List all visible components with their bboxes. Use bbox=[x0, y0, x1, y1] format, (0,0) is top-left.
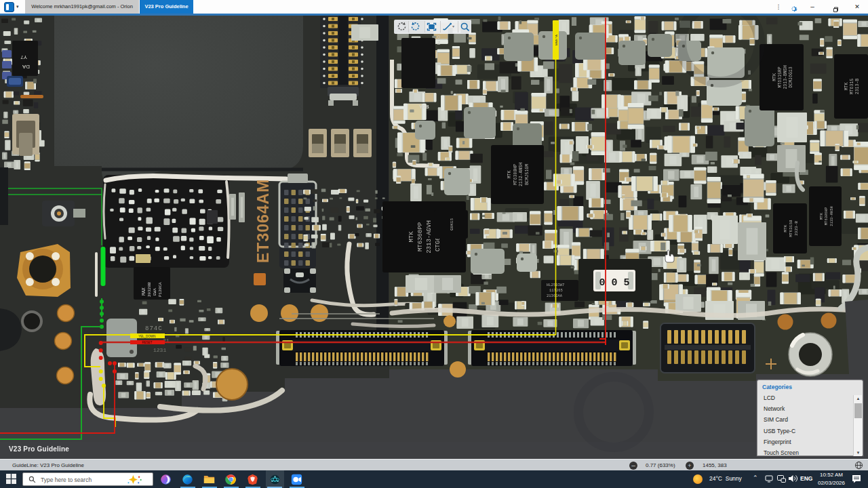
svg-text:2313-BNSH: 2313-BNSH bbox=[783, 65, 788, 89]
svg-text:YEL_DOWN: YEL_DOWN bbox=[138, 335, 155, 338]
svg-text:Y0B: Y0B bbox=[419, 104, 429, 110]
svg-text:2313-B: 2313-B bbox=[855, 79, 860, 95]
svg-text:MT6308HP: MT6308HP bbox=[513, 164, 518, 185]
svg-text:MTK: MTK bbox=[507, 171, 512, 179]
svg-text:MT6315RP: MT6315RP bbox=[778, 66, 783, 87]
svg-text:MTK: MTK bbox=[408, 231, 415, 243]
svg-text:MTK: MTK bbox=[844, 83, 849, 91]
svg-text:0 0 5: 0 0 5 bbox=[599, 277, 629, 289]
svg-text:P128CA: P128CA bbox=[158, 282, 163, 297]
svg-text:MTK: MTK bbox=[783, 224, 788, 232]
svg-text:MAIN YA: MAIN YA bbox=[555, 35, 558, 45]
svg-text:DA: DA bbox=[22, 64, 30, 70]
svg-text:2136GAA: 2136GAA bbox=[547, 293, 563, 298]
svg-text:0: 0 bbox=[437, 35, 440, 39]
svg-text:MTK: MTK bbox=[819, 212, 824, 220]
svg-text:ET3064AM: ET3064AM bbox=[254, 179, 272, 263]
svg-text:RESET: RESET bbox=[142, 341, 152, 344]
svg-text:Y7: Y7 bbox=[20, 54, 27, 60]
svg-text:DCMJ6G13: DCMJ6G13 bbox=[789, 66, 793, 87]
svg-text:2132-ANSH: 2132-ANSH bbox=[519, 163, 524, 186]
svg-text:MTK: MTK bbox=[772, 73, 777, 81]
svg-text:MAX: MAX bbox=[142, 287, 146, 296]
svg-text:BCMJ51GM: BCMJ51GM bbox=[525, 164, 530, 185]
svg-text:1231: 1231 bbox=[153, 347, 166, 353]
svg-text:MT63158: MT63158 bbox=[789, 220, 793, 237]
svg-text:20328B: 20328B bbox=[147, 282, 152, 297]
svg-text:V23 Pro Guideline: V23 Pro Guideline bbox=[9, 445, 69, 453]
svg-text:G0K15: G0K15 bbox=[450, 218, 454, 230]
svg-text:MT6360PP: MT6360PP bbox=[417, 222, 424, 251]
svg-text:2313-AGVH: 2313-AGVH bbox=[426, 220, 433, 253]
svg-text:MT6306HP: MT6306HP bbox=[824, 207, 829, 225]
svg-text:2133-ANSH: 2133-ANSH bbox=[829, 206, 834, 226]
svg-text:874C: 874C bbox=[145, 325, 163, 332]
svg-text:Z: Z bbox=[437, 41, 441, 45]
svg-text:2323-B: 2323-B bbox=[794, 221, 799, 236]
svg-text:EWA: EWA bbox=[153, 288, 157, 296]
svg-text:MT6315: MT6315 bbox=[850, 79, 854, 95]
